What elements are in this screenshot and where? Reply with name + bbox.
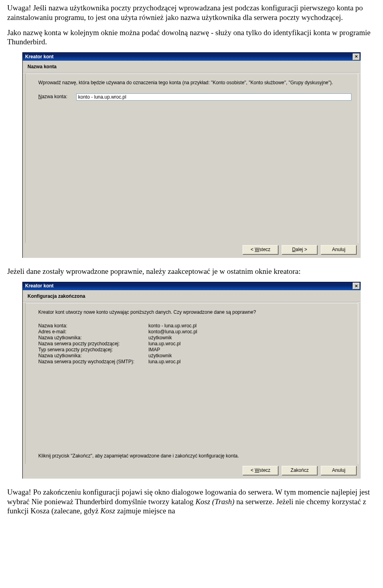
summary-label: Nazwa użytkownika: (38, 353, 148, 359)
close-icon: ✕ (355, 55, 358, 59)
intro-p1-rest: Jeśli nazwa użytkownika poczty przychodz… (7, 4, 363, 22)
wizard-button-row: < Wstecz Dalej > Anuluj (23, 244, 361, 258)
account-name-input[interactable] (76, 93, 351, 101)
summary-value: konto@luna.up.wroc.pl (148, 329, 197, 335)
outro-text-3: zajmuje miejsce na (115, 507, 175, 515)
account-name-field-row: Nazwa konta: (38, 93, 351, 101)
summary-row: Typ serwera poczty przychodzącej: IMAP (38, 347, 351, 353)
summary-value: użytkownik (148, 335, 172, 341)
summary-row: Adres e-mail: konto@luna.up.wroc.pl (38, 329, 351, 335)
intro-paragraph-1: Uwaga! Jeśli nazwa użytkownika poczty pr… (7, 3, 376, 22)
dialog-body: Wprowadź nazwę, która będzie używana do … (25, 73, 358, 243)
back-button[interactable]: < Wstecz (243, 245, 278, 255)
finish-button[interactable]: Zakończ (282, 466, 318, 475)
dialog-inner: Konfiguracja zakończona Kreator kont utw… (23, 290, 361, 479)
back-button[interactable]: < Wstecz (243, 466, 278, 475)
dialog-title: Kreator kont (25, 54, 53, 60)
dialog-section-header: Nazwa konta (23, 61, 361, 73)
summary-row: Nazwa użytkownika: użytkownik (38, 335, 351, 341)
summary-instruction: Kreator kont utworzy nowe konto używając… (38, 309, 351, 316)
instruction-text: Wprowadź nazwę, która będzie używana do … (38, 79, 351, 86)
wizard-dialog-account-name: Kreator kont ✕ Nazwa konta Wprowadź nazw… (22, 52, 361, 258)
summary-value: konto - luna.up.wroc.pl (148, 323, 197, 329)
dialog-title: Kreator kont (25, 283, 53, 289)
outro-uwaga: Uwaga! (7, 488, 31, 496)
summary-value: IMAP (148, 347, 160, 353)
mid-paragraph: Jeżeli dane zostały wprowadzone poprawni… (7, 267, 376, 276)
summary-label: Nazwa konta: (38, 323, 148, 329)
summary-row: Nazwa użytkownika: użytkownik (38, 353, 351, 359)
summary-label: Nazwa serwera poczty przychodzącej: (38, 341, 148, 347)
intro-paragraph-2: Jako nazwę konta w kolejnym oknie można … (7, 28, 376, 47)
dialog-inner: Nazwa konta Wprowadź nazwę, która będzie… (23, 61, 361, 258)
close-icon: ✕ (355, 284, 358, 288)
outro-kosz: Kosz (101, 507, 115, 515)
summary-table: Nazwa konta: konto - luna.up.wroc.pl Adr… (38, 323, 351, 365)
wizard-button-row: < Wstecz Zakończ Anuluj (23, 464, 361, 479)
outro-kosz-trash: Kosz (Trash) (195, 497, 235, 506)
cancel-button[interactable]: Anuluj (321, 466, 357, 475)
titlebar: Kreator kont ✕ (23, 53, 361, 61)
summary-label: Typ serwera poczty przychodzącej: (38, 347, 148, 353)
summary-label: Nazwa serwera poczty wychodzącej (SMTP): (38, 359, 148, 365)
dialog-body: Kreator kont utworzy nowe konto używając… (25, 303, 358, 464)
summary-value: luna.up.wroc.pl (148, 341, 181, 347)
summary-label: Adres e-mail: (38, 329, 148, 335)
close-button[interactable]: ✕ (353, 53, 360, 60)
summary-row: Nazwa konta: konto - luna.up.wroc.pl (38, 323, 351, 329)
summary-label: Nazwa użytkownika: (38, 335, 148, 341)
cancel-button[interactable]: Anuluj (321, 245, 357, 255)
wizard-dialog-summary: Kreator kont ✕ Konfiguracja zakończona K… (22, 282, 361, 479)
account-name-label: Nazwa konta: (38, 94, 67, 100)
outro-paragraph: Uwaga! Po zakończeniu konfiguracji pojaw… (7, 487, 376, 516)
intro-uwaga: Uwaga! (7, 4, 31, 12)
dialog-section-header: Konfiguracja zakończona (23, 290, 361, 303)
summary-value: luna.up.wroc.pl (148, 359, 181, 365)
summary-row: Nazwa serwera poczty wychodzącej (SMTP):… (38, 359, 351, 365)
summary-row: Nazwa serwera poczty przychodzącej: luna… (38, 341, 351, 347)
summary-footer-note: Kliknij przycisk "Zakończ", aby zapamięt… (38, 453, 351, 459)
summary-value: użytkownik (148, 353, 172, 359)
next-button[interactable]: Dalej > (282, 245, 318, 255)
titlebar: Kreator kont ✕ (23, 282, 361, 290)
close-button[interactable]: ✕ (353, 283, 360, 289)
